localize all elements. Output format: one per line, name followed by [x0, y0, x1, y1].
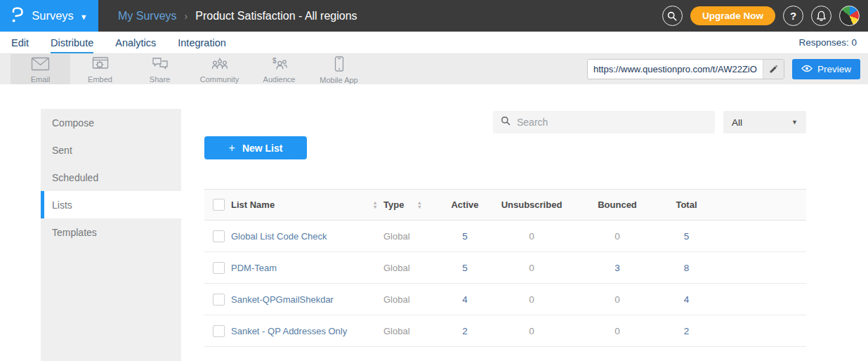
total-count[interactable]: 2	[662, 315, 711, 347]
tab-integration[interactable]: Integration	[178, 32, 226, 53]
responses-count[interactable]: Responses: 0	[798, 32, 857, 53]
product-switcher[interactable]: Surveys ▼	[0, 0, 98, 32]
preview-button[interactable]: Preview	[792, 59, 860, 79]
notifications-bell-icon[interactable]	[811, 6, 831, 26]
column-header-active: Active	[440, 190, 490, 221]
chevron-down-icon: ▼	[80, 13, 88, 21]
survey-title: Product Satisfaction - All regions	[195, 10, 357, 22]
questionpro-logo-icon	[11, 6, 25, 26]
pencil-icon	[769, 65, 778, 74]
search-icon[interactable]	[662, 6, 683, 26]
top-header: Surveys ▼ My Surveys › Product Satisfact…	[0, 0, 868, 32]
row-checkbox[interactable]	[213, 325, 225, 337]
lists-panel: All ▼ + New List	[181, 109, 827, 361]
eye-icon	[801, 64, 813, 74]
tab-edit[interactable]: Edit	[11, 32, 29, 53]
share-icon	[152, 57, 169, 74]
table-row: Sanket - QP Addresses Only Global 2 0 0 …	[204, 315, 806, 347]
edit-url-button[interactable]	[763, 60, 784, 79]
community-icon	[211, 57, 229, 74]
active-count[interactable]: 5	[440, 252, 490, 284]
active-count[interactable]: 5	[440, 221, 490, 252]
tab-analytics[interactable]: Analytics	[115, 32, 156, 53]
list-search-box	[493, 111, 715, 133]
total-count[interactable]: 4	[662, 284, 711, 315]
sidebar-item-templates[interactable]: Templates	[41, 218, 181, 246]
bounced-count[interactable]: 0	[573, 315, 662, 347]
tab-distribute[interactable]: Distribute	[51, 32, 93, 53]
mobile-app-icon	[334, 56, 344, 74]
new-list-button-label: New List	[242, 143, 283, 154]
search-icon	[501, 116, 511, 129]
total-count[interactable]: 8	[662, 252, 711, 284]
toolbar-item-community[interactable]: Community	[190, 54, 249, 84]
sidebar-item-scheduled[interactable]: Scheduled	[41, 164, 181, 191]
list-type: Global	[383, 252, 440, 284]
toolbar-item-mobile-app[interactable]: Mobile App	[309, 54, 369, 84]
list-type: Global	[383, 315, 440, 347]
help-icon[interactable]: ?	[783, 6, 803, 26]
list-name-link[interactable]: Sanket-QPGmailShekdar	[231, 294, 334, 305]
total-count[interactable]: 5	[662, 221, 711, 252]
table-header-row: List Name ▴▾ Type ▴▾ Active Unsubscribed	[204, 190, 806, 221]
distribute-toolbar: Email Embed Share	[0, 54, 868, 84]
toolbar-item-label: Audience	[263, 75, 296, 84]
unsubscribed-count[interactable]: 0	[490, 315, 573, 347]
column-header-list-name[interactable]: List Name	[231, 199, 275, 210]
svg-text:$: $	[272, 57, 277, 65]
table-row: PDM-Team Global 5 0 3 8	[204, 252, 806, 284]
list-filter-dropdown[interactable]: All ▼	[723, 111, 806, 133]
survey-nav: Edit Distribute Analytics Integration Re…	[0, 32, 868, 54]
table-row: Sanket-QPGmailShekdar Global 4 0 0 4	[204, 284, 806, 315]
sidebar-item-compose[interactable]: Compose	[41, 109, 181, 136]
unsubscribed-count[interactable]: 0	[490, 221, 573, 252]
account-avatar[interactable]	[839, 6, 860, 26]
row-checkbox[interactable]	[213, 262, 225, 274]
lists-table: List Name ▴▾ Type ▴▾ Active Unsubscribed	[204, 189, 806, 347]
bounced-count[interactable]: 0	[573, 284, 662, 315]
sidebar-item-sent[interactable]: Sent	[41, 136, 181, 164]
new-list-button[interactable]: + New List	[204, 136, 307, 159]
toolbar-item-label: Mobile App	[320, 76, 357, 84]
survey-url-field	[587, 59, 784, 79]
sort-icon[interactable]: ▴▾	[418, 201, 421, 209]
survey-url-input[interactable]	[588, 64, 763, 74]
plus-icon: +	[229, 142, 235, 155]
breadcrumb: My Surveys › Product Satisfaction - All …	[118, 10, 357, 22]
app-name: Surveys	[32, 9, 74, 22]
toolbar-item-email[interactable]: Email	[11, 54, 70, 84]
breadcrumb-my-surveys[interactable]: My Surveys	[118, 10, 177, 22]
active-count[interactable]: 2	[440, 315, 490, 347]
embed-icon	[92, 57, 109, 74]
header-actions: Upgrade Now ?	[662, 6, 860, 26]
unsubscribed-count[interactable]: 0	[490, 284, 573, 315]
list-name-link[interactable]: PDM-Team	[231, 263, 277, 273]
list-name-link[interactable]: Sanket - QP Addresses Only	[231, 326, 347, 336]
toolbar-item-share[interactable]: Share	[130, 54, 190, 84]
toolbar-item-audience[interactable]: $ Audience	[249, 54, 309, 84]
toolbar-item-embed[interactable]: Embed	[70, 54, 130, 84]
table-row: Global List Code Check Global 5 0 0 5	[204, 221, 806, 252]
search-input[interactable]	[517, 117, 707, 128]
column-header-type[interactable]: Type	[383, 199, 404, 210]
content-area: Compose Sent Scheduled Lists Templates A…	[41, 109, 827, 361]
select-all-checkbox[interactable]	[213, 199, 225, 211]
bounced-count[interactable]: 3	[573, 252, 662, 284]
row-checkbox[interactable]	[213, 230, 225, 242]
sidebar-item-lists[interactable]: Lists	[41, 191, 181, 218]
sort-icon[interactable]: ▴▾	[374, 201, 376, 209]
bounced-count[interactable]: 0	[573, 221, 662, 252]
email-sidebar: Compose Sent Scheduled Lists Templates	[41, 109, 181, 361]
unsubscribed-count[interactable]: 0	[490, 252, 573, 284]
list-type: Global	[383, 284, 440, 315]
active-count[interactable]: 4	[440, 284, 490, 315]
breadcrumb-separator-icon: ›	[185, 11, 188, 22]
upgrade-now-button[interactable]: Upgrade Now	[690, 6, 775, 25]
column-header-total: Total	[662, 190, 711, 221]
row-checkbox[interactable]	[213, 294, 225, 306]
toolbar-item-label: Embed	[88, 75, 112, 84]
list-name-link[interactable]: Global List Code Check	[231, 231, 327, 242]
chevron-down-icon: ▼	[791, 119, 798, 126]
column-header-unsubscribed: Unsubscribed	[490, 190, 573, 221]
toolbar-item-label: Share	[150, 75, 170, 84]
